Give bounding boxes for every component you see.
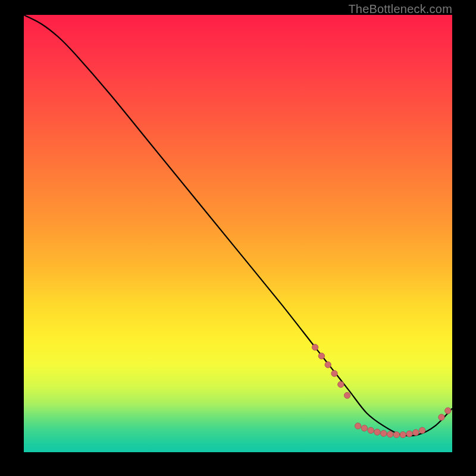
data-point <box>325 362 331 368</box>
data-line <box>24 15 452 436</box>
data-point <box>318 353 324 359</box>
data-point <box>381 430 387 436</box>
chart-stage: TheBottleneck.com <box>0 0 476 476</box>
chart-svg <box>24 15 452 452</box>
data-point <box>331 371 337 377</box>
data-point <box>400 431 406 437</box>
data-markers <box>312 344 451 437</box>
data-point <box>393 431 399 437</box>
data-point <box>361 425 367 431</box>
data-point <box>338 381 344 387</box>
data-point <box>445 408 451 414</box>
data-point <box>374 429 380 435</box>
data-point <box>419 427 425 433</box>
data-point <box>413 430 419 436</box>
data-point <box>387 431 393 437</box>
data-point <box>439 414 444 420</box>
data-point <box>368 427 374 433</box>
plot-area <box>24 15 452 452</box>
data-point <box>312 344 318 350</box>
data-point <box>355 423 361 429</box>
data-point <box>406 431 412 437</box>
data-point <box>344 392 350 398</box>
watermark-text: TheBottleneck.com <box>348 2 452 16</box>
